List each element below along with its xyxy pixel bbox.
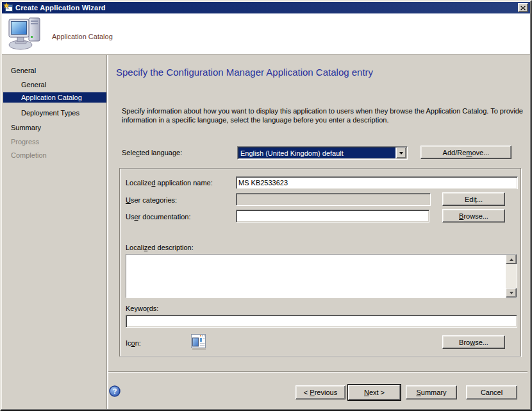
- description-label: Localized description:: [126, 244, 194, 251]
- app-name-input[interactable]: [236, 176, 518, 189]
- chevron-down-icon[interactable]: [396, 147, 406, 158]
- edit-button[interactable]: Edit...: [442, 192, 505, 206]
- close-button[interactable]: [518, 3, 528, 12]
- language-select[interactable]: English (United Kingdom) default: [237, 146, 408, 160]
- help-icon[interactable]: ?: [109, 385, 121, 397]
- wizard-page-banner: Application Catalog: [2, 13, 530, 55]
- scroll-down-button[interactable]: [506, 288, 517, 298]
- cancel-button[interactable]: Cancel: [466, 385, 517, 399]
- selected-language-label: Selected language:: [122, 149, 182, 156]
- next-button[interactable]: Next >: [348, 385, 401, 400]
- summary-button[interactable]: Summary: [406, 385, 457, 399]
- browse-icon-button[interactable]: Browse...: [442, 335, 505, 349]
- svg-text:?: ?: [113, 387, 117, 395]
- title-bar: Create Application Wizard: [2, 2, 530, 13]
- sidebar: General General Application Catalog Depl…: [2, 55, 106, 409]
- sidebar-divider: [106, 55, 108, 409]
- keywords-label: Keywords:: [126, 305, 158, 312]
- computer-icon: [8, 17, 44, 53]
- previous-button[interactable]: < Previous: [295, 385, 345, 399]
- user-categories-input: [236, 193, 431, 206]
- close-icon: [520, 6, 526, 10]
- icon-label: Icon:: [126, 339, 141, 347]
- scroll-up-icon: [510, 258, 513, 261]
- page-title: Specify the Configuration Manager Applic…: [116, 67, 373, 78]
- browse-documentation-button[interactable]: Browse...: [442, 209, 505, 222]
- sidebar-item-general[interactable]: General: [3, 65, 106, 76]
- sidebar-item-application-catalog[interactable]: Application Catalog: [3, 92, 106, 103]
- keywords-input[interactable]: [126, 315, 517, 328]
- add-remove-button[interactable]: Add/Remove...: [420, 146, 511, 159]
- user-documentation-input[interactable]: [236, 210, 429, 222]
- app-name-label: Localized application name:: [126, 179, 213, 187]
- language-select-value: English (United Kingdom) default: [238, 147, 395, 158]
- create-application-wizard-window: Create Application Wizard: [0, 0, 532, 411]
- description-textarea[interactable]: [126, 255, 506, 298]
- scroll-down-icon: [510, 292, 513, 294]
- footer-divider: [108, 371, 528, 373]
- sidebar-item-progress: Progress: [3, 137, 106, 147]
- wizard-icon: [3, 3, 13, 13]
- sidebar-item-completion: Completion: [3, 150, 106, 160]
- description-scrollbar[interactable]: [506, 255, 517, 298]
- application-icon: [190, 333, 208, 353]
- user-categories-label: User categories:: [126, 196, 177, 204]
- banner-title: Application Catalog: [52, 33, 113, 40]
- sidebar-item-general-sub[interactable]: General: [3, 80, 106, 90]
- scroll-up-button[interactable]: [506, 255, 517, 264]
- user-documentation-label: User documentation:: [126, 213, 191, 221]
- page-description: Specify information about how you want t…: [122, 106, 523, 124]
- window-title: Create Application Wizard: [15, 4, 106, 12]
- sidebar-item-summary[interactable]: Summary: [3, 122, 106, 133]
- description-field-wrap: [126, 254, 517, 298]
- sidebar-item-deployment-types[interactable]: Deployment Types: [3, 108, 106, 118]
